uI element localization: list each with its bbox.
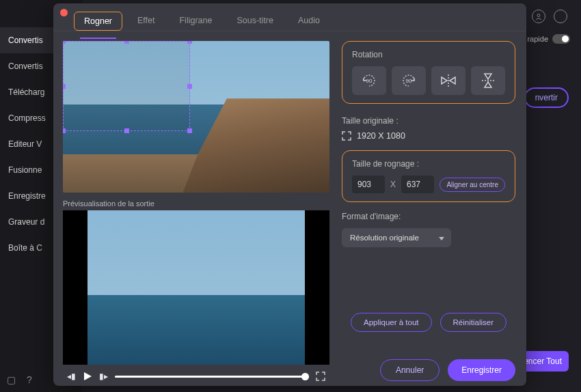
crop-height-input[interactable] <box>401 176 434 193</box>
cancel-button[interactable]: Annuler <box>380 359 440 381</box>
svg-marker-1 <box>84 372 92 380</box>
flip-horizontal-button[interactable] <box>431 66 465 95</box>
svg-marker-5 <box>442 77 447 84</box>
modal-body: Prévisualisation de la sortie ◂▮ ▮▸ <box>53 31 526 391</box>
original-size-group: Taille originale : 1920 X 1080 <box>342 113 515 141</box>
left-column: Prévisualisation de la sortie ◂▮ ▮▸ <box>63 41 329 381</box>
crop-size-group: Taille de rognage : X Aligner au centre <box>342 150 515 202</box>
svg-marker-9 <box>485 82 491 87</box>
crop-handle[interactable] <box>124 128 129 133</box>
rotate-cw-90-button[interactable]: 90 <box>392 66 426 95</box>
crop-handle[interactable] <box>187 41 192 44</box>
video-cliff <box>183 98 330 193</box>
toggle-switch[interactable] <box>552 34 570 44</box>
crop-size-label: Taille de rognage : <box>352 159 505 169</box>
expand-icon <box>342 131 351 141</box>
tab-filigrane[interactable]: Filigrane <box>170 12 221 31</box>
flip-vertical-button[interactable] <box>471 66 505 95</box>
crop-canvas[interactable] <box>63 41 329 193</box>
avatar-icon[interactable] <box>532 10 545 23</box>
rapid-label: rapide <box>527 35 548 43</box>
tab-sous-titre[interactable]: Sous-titre <box>227 12 283 31</box>
help-icon[interactable]: ? <box>27 374 32 385</box>
save-button[interactable]: Enregistrer <box>448 359 515 381</box>
modal-tabs: Rogner Effet Filigrane Sous-titre Audio <box>53 3 526 31</box>
crop-width-input[interactable] <box>352 176 385 193</box>
preview-canvas <box>63 210 329 365</box>
message-icon[interactable] <box>554 10 567 23</box>
svg-marker-8 <box>485 74 491 79</box>
fullscreen-icon[interactable] <box>316 372 325 381</box>
svg-point-0 <box>537 14 540 17</box>
apply-row: Appliquer à tout Réinitialiser <box>342 292 515 332</box>
rotate-ccw-90-button[interactable]: 90 <box>352 66 386 95</box>
crop-handle[interactable] <box>124 41 129 44</box>
play-icon[interactable] <box>83 372 92 381</box>
tab-audio[interactable]: Audio <box>288 12 329 31</box>
player-controls: ◂▮ ▮▸ <box>63 365 329 381</box>
book-icon[interactable]: ▢ <box>7 374 16 385</box>
convertir-button[interactable]: nvertir <box>524 87 569 108</box>
preview-label: Prévisualisation de la sortie <box>63 199 329 208</box>
aspect-group: Format d'image: Résolution originale <box>342 212 515 247</box>
progress-handle[interactable] <box>301 373 309 380</box>
rapid-toggle[interactable]: rapide <box>527 34 570 44</box>
aspect-select[interactable]: Résolution originale <box>342 228 451 247</box>
footer-row: Annuler Enregistrer <box>342 341 515 381</box>
crop-handle[interactable] <box>63 41 66 44</box>
crop-modal: Rogner Effet Filigrane Sous-titre Audio <box>53 3 526 386</box>
tab-rogner[interactable]: Rogner <box>74 12 122 31</box>
crop-handle[interactable] <box>63 84 66 89</box>
svg-text:90: 90 <box>366 78 373 84</box>
crop-handle[interactable] <box>187 128 192 133</box>
original-size-label: Taille originale : <box>342 116 515 126</box>
bottom-bar: ▢ ? <box>7 374 32 385</box>
rotation-label: Rotation <box>352 50 505 59</box>
tab-effet[interactable]: Effet <box>128 12 164 31</box>
crop-handle[interactable] <box>187 84 192 89</box>
svg-marker-6 <box>450 77 455 84</box>
prev-frame-icon[interactable]: ◂▮ <box>67 372 76 381</box>
aspect-label: Format d'image: <box>342 212 515 221</box>
close-icon[interactable] <box>60 9 68 16</box>
rotation-group: Rotation 90 90 <box>342 41 515 104</box>
svg-text:90: 90 <box>406 78 412 84</box>
align-center-button[interactable]: Aligner au centre <box>440 178 505 192</box>
x-separator: X <box>390 180 396 189</box>
next-frame-icon[interactable]: ▮▸ <box>99 372 108 381</box>
reset-button[interactable]: Réinitialiser <box>440 313 506 332</box>
header-right <box>532 10 567 23</box>
apply-all-button[interactable]: Appliquer à tout <box>351 313 432 332</box>
crop-selection[interactable] <box>63 41 190 131</box>
original-size-value: 1920 X 1080 <box>357 131 405 141</box>
crop-handle[interactable] <box>63 128 66 133</box>
preview-video <box>87 210 305 365</box>
progress-bar[interactable] <box>115 376 309 378</box>
right-column: Rotation 90 90 <box>342 41 515 381</box>
